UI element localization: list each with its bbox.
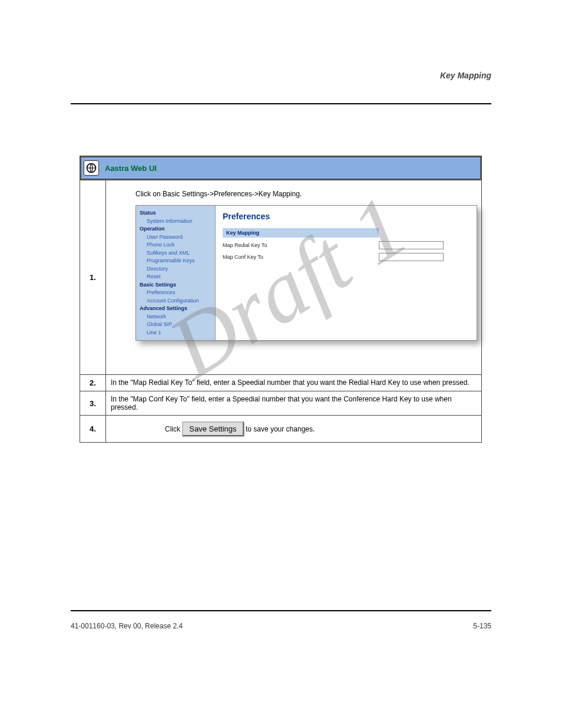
sidebar-item-preferences[interactable]: Preferences — [140, 289, 211, 297]
step-number-3: 3. — [80, 391, 106, 416]
conf-input[interactable] — [379, 253, 444, 261]
sidebar-item-softkeys-xml[interactable]: Softkeys and XML — [140, 249, 211, 258]
sidebar-item-phone-lock[interactable]: Phone Lock — [140, 241, 211, 249]
sidebar-item-line1[interactable]: Line 1 — [140, 329, 211, 337]
sidebar-item-system-info[interactable]: System Information — [140, 218, 211, 226]
header-rule — [71, 103, 491, 104]
sidebar-section-basic: Basic Settings — [140, 281, 211, 289]
sidebar-item-programmable-keys[interactable]: Programmable Keys — [140, 257, 211, 265]
field-row-conf: Map Conf Key To — [223, 253, 447, 261]
instruction-table: Aastra Web UI 1. Click on Basic Settings… — [80, 156, 482, 443]
redial-label: Map Redial Key To — [223, 242, 379, 248]
field-row-redial: Map Redial Key To — [223, 241, 447, 249]
app-header-bar: Aastra Web UI — [80, 156, 481, 180]
config-screenshot: Status System Information Operation User… — [135, 205, 477, 341]
sidebar-item-directory[interactable]: Directory — [140, 265, 211, 274]
step-header-label: Aastra Web UI — [105, 164, 157, 173]
sidebar: Status System Information Operation User… — [136, 206, 216, 340]
content-area: Preferences Key Mapping Map Redial Key T… — [216, 206, 477, 340]
step-4-suffix: to save your changes. — [246, 425, 315, 433]
redial-input[interactable] — [379, 241, 444, 249]
sidebar-section-operation: Operation — [140, 225, 211, 233]
conf-label: Map Conf Key To — [223, 254, 379, 260]
keymap-section-header: Key Mapping — [223, 228, 379, 238]
step-2-text: In the "Map Redial Key To" field, enter … — [106, 375, 482, 391]
sidebar-item-network[interactable]: Network — [140, 313, 211, 321]
step-number-1: 1. — [80, 180, 106, 375]
step-number-2: 2. — [80, 375, 106, 391]
footer-right: 5-135 — [473, 622, 491, 630]
sidebar-item-user-password[interactable]: User Password — [140, 233, 211, 242]
sidebar-item-reset[interactable]: Reset — [140, 273, 211, 281]
step-number-4: 4. — [80, 416, 106, 443]
step-4-prefix: Click — [165, 425, 182, 433]
sidebar-item-global-sip[interactable]: Global SIP — [140, 321, 211, 329]
footer-rule — [71, 610, 491, 611]
save-settings-button[interactable]: Save Settings — [182, 421, 243, 436]
sidebar-item-account-config[interactable]: Account Configuration — [140, 297, 211, 305]
sidebar-section-status: Status — [140, 209, 211, 218]
globe-icon — [84, 160, 99, 176]
step-3-text: In the "Map Conf Key To" field, enter a … — [106, 391, 482, 416]
page-header: Key Mapping — [440, 71, 491, 80]
footer-left: 41-001160-03, Rev 00, Release 2.4 — [71, 622, 183, 630]
page-title: Preferences — [223, 212, 470, 221]
intro-text: Click on Basic Settings->Preferences->Ke… — [135, 190, 472, 198]
sidebar-section-advanced: Advanced Settings — [140, 305, 211, 313]
